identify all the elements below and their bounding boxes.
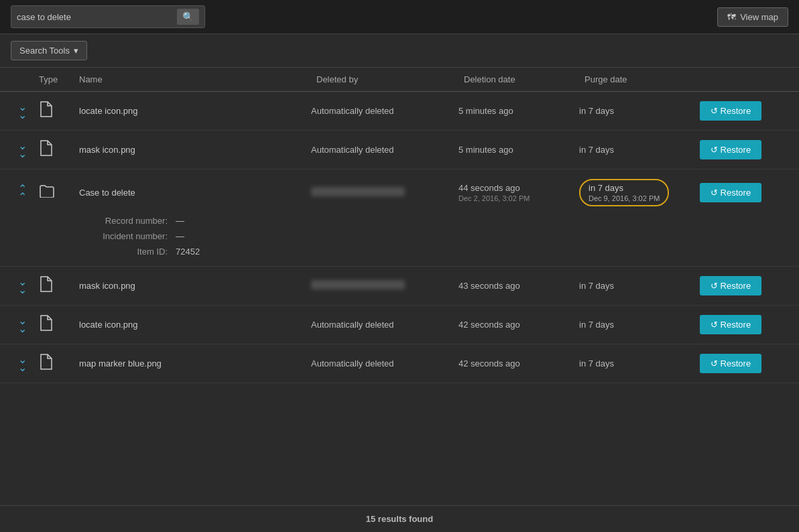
purge-date: in 7 days	[579, 320, 700, 330]
item-name: locate icon.png	[79, 106, 311, 116]
restore-button[interactable]: ↺ Restore	[700, 140, 761, 159]
search-icon: 🔍	[182, 11, 194, 22]
col-name-header: Name	[79, 74, 316, 84]
deleted-by: Automatically deleted	[311, 145, 458, 155]
deletion-date: 43 seconds ago	[458, 281, 579, 291]
restore-button[interactable]: ↺ Restore	[700, 276, 761, 295]
detail-label: Incident number:	[80, 231, 168, 241]
purge-date: in 7 days	[579, 106, 700, 116]
col-deleted-by-header: Deleted by	[316, 74, 464, 84]
file-icon	[39, 354, 79, 373]
detail-value: —	[176, 231, 184, 241]
purge-date: in 7 days	[579, 145, 700, 155]
actions-cell: ↺ Restore	[700, 276, 794, 295]
chevron-down-icon: ▾	[74, 46, 78, 56]
item-name: Case to delete	[79, 188, 311, 198]
results-count: 15 results found	[366, 514, 433, 524]
table-row: ⌄⌄mask icon.pngAutomatically deleted5 mi…	[0, 131, 799, 170]
view-map-label: View map	[740, 12, 778, 22]
detail-label: Item ID:	[80, 247, 168, 257]
deleted-by	[311, 280, 458, 291]
search-input[interactable]	[17, 12, 177, 22]
deleted-by	[311, 187, 458, 198]
row-main-row4: ⌄⌄mask icon.png43 seconds agoin 7 days↺ …	[0, 267, 799, 305]
search-tools-button[interactable]: Search Tools ▾	[11, 41, 87, 60]
chevron-down-icon[interactable]: ⌄⌄	[5, 317, 39, 332]
chevron-down-icon[interactable]: ⌄⌄	[5, 356, 39, 371]
deletion-date: 42 seconds ago	[458, 358, 579, 369]
item-name: map marker blue.png	[79, 358, 311, 369]
deletion-date: 44 seconds agoDec 2, 2016, 3:02 PM	[458, 183, 579, 202]
detail-row: Item ID:72452	[80, 247, 794, 257]
restore-button[interactable]: ↺ Restore	[700, 315, 761, 334]
detail-value: —	[176, 216, 184, 226]
header: 🔍 🗺 View map	[0, 0, 799, 34]
restore-button[interactable]: ↺ Restore	[700, 354, 761, 373]
item-name: locate icon.png	[79, 320, 311, 330]
purge-date: in 7 days	[579, 281, 700, 291]
col-type-header: Type	[39, 74, 79, 84]
actions-cell: ↺ Restore	[700, 354, 794, 373]
table-row: ⌃⌃Case to delete44 seconds agoDec 2, 201…	[0, 170, 799, 267]
actions-cell: ↺ Restore	[700, 315, 794, 334]
deletion-date: 5 minutes ago	[458, 145, 579, 155]
restore-button[interactable]: ↺ Restore	[700, 101, 761, 121]
folder-icon	[39, 184, 79, 201]
search-bar: 🔍	[11, 5, 205, 28]
file-icon	[39, 140, 79, 159]
table-row: ⌄⌄map marker blue.pngAutomatically delet…	[0, 344, 799, 383]
row-main-row1: ⌄⌄locate icon.pngAutomatically deleted5 …	[0, 92, 799, 130]
col-deletion-date-header: Deletion date	[464, 74, 585, 84]
chevron-down-icon[interactable]: ⌄⌄	[5, 142, 39, 157]
chevron-down-icon[interactable]: ⌄⌄	[5, 278, 39, 293]
view-map-button[interactable]: 🗺 View map	[717, 7, 788, 27]
row-main-row6: ⌄⌄map marker blue.pngAutomatically delet…	[0, 344, 799, 383]
deleted-by: Automatically deleted	[311, 106, 458, 116]
search-tools-label: Search Tools	[19, 46, 70, 56]
row-main-row2: ⌄⌄mask icon.pngAutomatically deleted5 mi…	[0, 131, 799, 169]
actions-cell: ↺ Restore	[700, 183, 794, 202]
purge-date-highlighted: in 7 daysDec 9, 2016, 3:02 PM	[579, 179, 669, 206]
deletion-date: 5 minutes ago	[458, 106, 579, 116]
table-row: ⌄⌄locate icon.pngAutomatically deleted5 …	[0, 92, 799, 131]
actions-cell: ↺ Restore	[700, 140, 794, 159]
restore-button[interactable]: ↺ Restore	[700, 183, 761, 202]
detail-value: 72452	[176, 247, 200, 257]
row-main-row3: ⌃⌃Case to delete44 seconds agoDec 2, 201…	[0, 170, 799, 216]
file-icon	[39, 276, 79, 295]
table-header: Type Name Deleted by Deletion date Purge…	[0, 68, 799, 92]
detail-row: Incident number:—	[80, 231, 794, 241]
detail-row: Record number:—	[80, 216, 794, 226]
search-button[interactable]: 🔍	[177, 9, 199, 25]
table-row: ⌄⌄mask icon.png43 seconds agoin 7 days↺ …	[0, 267, 799, 306]
col-purge-date-header: Purge date	[585, 74, 705, 84]
item-name: mask icon.png	[79, 281, 311, 291]
file-icon	[39, 315, 79, 334]
file-icon	[39, 101, 79, 121]
deletion-date: 42 seconds ago	[458, 320, 579, 330]
row-main-row5: ⌄⌄locate icon.pngAutomatically deleted42…	[0, 306, 799, 344]
row-expanded-details: Record number:—Incident number:—Item ID:…	[0, 216, 799, 266]
deleted-by: Automatically deleted	[311, 320, 458, 330]
footer: 15 results found	[0, 505, 799, 532]
chevron-up-icon[interactable]: ⌃⌃	[5, 185, 39, 200]
chevron-down-icon[interactable]: ⌄⌄	[5, 103, 39, 118]
item-name: mask icon.png	[79, 145, 311, 155]
detail-label: Record number:	[80, 216, 168, 226]
map-icon: 🗺	[727, 12, 736, 22]
table-row: ⌄⌄locate icon.pngAutomatically deleted42…	[0, 306, 799, 344]
deleted-by: Automatically deleted	[311, 358, 458, 369]
actions-cell: ↺ Restore	[700, 101, 794, 121]
table-body: ⌄⌄locate icon.pngAutomatically deleted5 …	[0, 92, 799, 383]
purge-date: in 7 days	[579, 358, 700, 369]
toolbar: Search Tools ▾	[0, 34, 799, 68]
purge-date: in 7 daysDec 9, 2016, 3:02 PM	[579, 179, 700, 206]
